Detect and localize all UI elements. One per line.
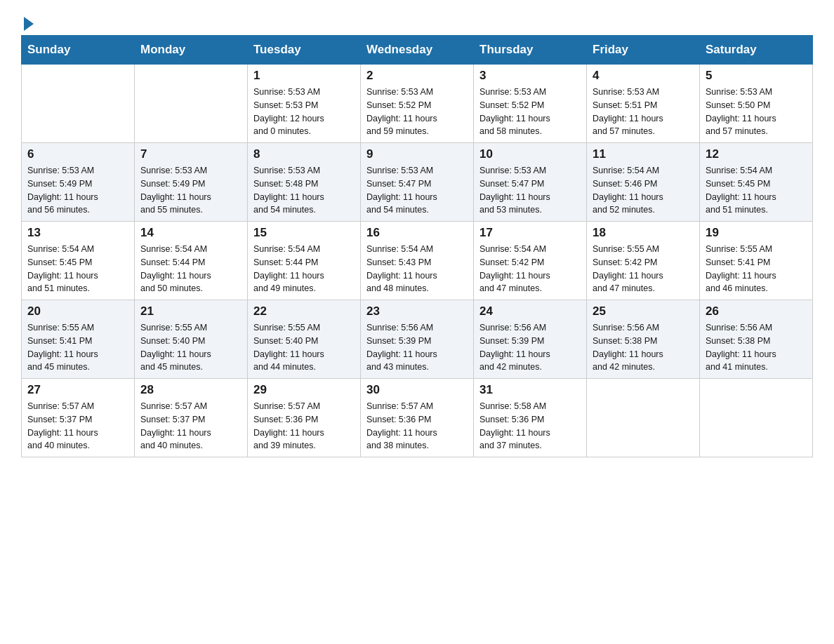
- calendar-cell: [22, 65, 135, 143]
- day-number: 18: [593, 226, 694, 240]
- calendar-week-row: 13Sunrise: 5:54 AM Sunset: 5:45 PM Dayli…: [22, 222, 813, 300]
- calendar-cell: 12Sunrise: 5:54 AM Sunset: 5:45 PM Dayli…: [700, 143, 813, 222]
- calendar-table: SundayMondayTuesdayWednesdayThursdayFrid…: [21, 35, 813, 457]
- day-info: Sunrise: 5:58 AM Sunset: 5:36 PM Dayligh…: [479, 400, 581, 452]
- calendar-cell: 25Sunrise: 5:56 AM Sunset: 5:38 PM Dayli…: [587, 300, 700, 379]
- day-info: Sunrise: 5:54 AM Sunset: 5:45 PM Dayligh…: [706, 164, 807, 217]
- day-info: Sunrise: 5:54 AM Sunset: 5:42 PM Dayligh…: [479, 243, 581, 295]
- day-number: 25: [593, 304, 694, 318]
- logo-arrow-icon: [24, 17, 34, 31]
- calendar-cell: 2Sunrise: 5:53 AM Sunset: 5:52 PM Daylig…: [361, 65, 474, 143]
- calendar-cell: 31Sunrise: 5:58 AM Sunset: 5:36 PM Dayli…: [474, 379, 587, 457]
- calendar-cell: 16Sunrise: 5:54 AM Sunset: 5:43 PM Dayli…: [361, 222, 474, 300]
- day-number: 2: [366, 69, 468, 83]
- day-info: Sunrise: 5:57 AM Sunset: 5:36 PM Dayligh…: [366, 400, 468, 452]
- day-number: 26: [706, 304, 807, 318]
- calendar-cell: 11Sunrise: 5:54 AM Sunset: 5:46 PM Dayli…: [587, 143, 700, 222]
- day-number: 19: [706, 226, 807, 240]
- day-info: Sunrise: 5:53 AM Sunset: 5:53 PM Dayligh…: [253, 86, 355, 138]
- day-number: 10: [479, 147, 581, 161]
- day-info: Sunrise: 5:56 AM Sunset: 5:39 PM Dayligh…: [479, 321, 581, 374]
- calendar-cell: 24Sunrise: 5:56 AM Sunset: 5:39 PM Dayli…: [474, 300, 587, 379]
- day-number: 3: [479, 69, 581, 83]
- day-number: 7: [140, 147, 241, 161]
- day-number: 20: [27, 304, 128, 318]
- day-info: Sunrise: 5:53 AM Sunset: 5:48 PM Dayligh…: [253, 164, 355, 217]
- calendar-cell: 4Sunrise: 5:53 AM Sunset: 5:51 PM Daylig…: [587, 65, 700, 143]
- calendar-cell: 30Sunrise: 5:57 AM Sunset: 5:36 PM Dayli…: [361, 379, 474, 457]
- calendar-cell: 22Sunrise: 5:55 AM Sunset: 5:40 PM Dayli…: [248, 300, 361, 379]
- calendar-header-wednesday: Wednesday: [361, 36, 474, 65]
- day-info: Sunrise: 5:53 AM Sunset: 5:49 PM Dayligh…: [27, 164, 128, 217]
- calendar-cell: 7Sunrise: 5:53 AM Sunset: 5:49 PM Daylig…: [135, 143, 248, 222]
- day-number: 30: [366, 383, 468, 397]
- day-number: 23: [366, 304, 468, 318]
- calendar-week-row: 20Sunrise: 5:55 AM Sunset: 5:41 PM Dayli…: [22, 300, 813, 379]
- calendar-cell: 14Sunrise: 5:54 AM Sunset: 5:44 PM Dayli…: [135, 222, 248, 300]
- day-number: 17: [479, 226, 581, 240]
- day-info: Sunrise: 5:57 AM Sunset: 5:37 PM Dayligh…: [140, 400, 241, 452]
- day-number: 9: [366, 147, 468, 161]
- calendar-header-thursday: Thursday: [474, 36, 587, 65]
- day-number: 29: [253, 383, 355, 397]
- day-info: Sunrise: 5:56 AM Sunset: 5:38 PM Dayligh…: [706, 321, 807, 374]
- day-info: Sunrise: 5:56 AM Sunset: 5:38 PM Dayligh…: [593, 321, 694, 374]
- calendar-header-row: SundayMondayTuesdayWednesdayThursdayFrid…: [22, 36, 813, 65]
- day-number: 5: [706, 69, 807, 83]
- day-number: 6: [27, 147, 128, 161]
- calendar-cell: 20Sunrise: 5:55 AM Sunset: 5:41 PM Dayli…: [22, 300, 135, 379]
- day-info: Sunrise: 5:53 AM Sunset: 5:47 PM Dayligh…: [479, 164, 581, 217]
- calendar-cell: 17Sunrise: 5:54 AM Sunset: 5:42 PM Dayli…: [474, 222, 587, 300]
- day-number: 12: [706, 147, 807, 161]
- calendar-week-row: 6Sunrise: 5:53 AM Sunset: 5:49 PM Daylig…: [22, 143, 813, 222]
- calendar-cell: 13Sunrise: 5:54 AM Sunset: 5:45 PM Dayli…: [22, 222, 135, 300]
- day-info: Sunrise: 5:55 AM Sunset: 5:40 PM Dayligh…: [140, 321, 241, 374]
- day-number: 24: [479, 304, 581, 318]
- calendar-cell: 26Sunrise: 5:56 AM Sunset: 5:38 PM Dayli…: [700, 300, 813, 379]
- calendar-cell: 5Sunrise: 5:53 AM Sunset: 5:50 PM Daylig…: [700, 65, 813, 143]
- page-header: [21, 14, 813, 28]
- day-info: Sunrise: 5:54 AM Sunset: 5:44 PM Dayligh…: [253, 243, 355, 295]
- day-number: 1: [253, 69, 355, 83]
- calendar-week-row: 1Sunrise: 5:53 AM Sunset: 5:53 PM Daylig…: [22, 65, 813, 143]
- day-number: 16: [366, 226, 468, 240]
- day-info: Sunrise: 5:54 AM Sunset: 5:46 PM Dayligh…: [593, 164, 694, 217]
- day-info: Sunrise: 5:54 AM Sunset: 5:45 PM Dayligh…: [27, 243, 128, 295]
- day-info: Sunrise: 5:53 AM Sunset: 5:50 PM Dayligh…: [706, 86, 807, 138]
- calendar-cell: 3Sunrise: 5:53 AM Sunset: 5:52 PM Daylig…: [474, 65, 587, 143]
- calendar-week-row: 27Sunrise: 5:57 AM Sunset: 5:37 PM Dayli…: [22, 379, 813, 457]
- day-number: 15: [253, 226, 355, 240]
- day-number: 31: [479, 383, 581, 397]
- calendar-cell: [587, 379, 700, 457]
- calendar-cell: 6Sunrise: 5:53 AM Sunset: 5:49 PM Daylig…: [22, 143, 135, 222]
- calendar-header-friday: Friday: [587, 36, 700, 65]
- calendar-cell: 27Sunrise: 5:57 AM Sunset: 5:37 PM Dayli…: [22, 379, 135, 457]
- day-info: Sunrise: 5:54 AM Sunset: 5:44 PM Dayligh…: [140, 243, 241, 295]
- day-info: Sunrise: 5:57 AM Sunset: 5:36 PM Dayligh…: [253, 400, 355, 452]
- calendar-cell: 9Sunrise: 5:53 AM Sunset: 5:47 PM Daylig…: [361, 143, 474, 222]
- day-number: 27: [27, 383, 128, 397]
- day-number: 22: [253, 304, 355, 318]
- day-number: 13: [27, 226, 128, 240]
- day-info: Sunrise: 5:53 AM Sunset: 5:49 PM Dayligh…: [140, 164, 241, 217]
- day-number: 28: [140, 383, 241, 397]
- day-info: Sunrise: 5:53 AM Sunset: 5:51 PM Dayligh…: [593, 86, 694, 138]
- day-info: Sunrise: 5:53 AM Sunset: 5:52 PM Dayligh…: [479, 86, 581, 138]
- calendar-cell: 1Sunrise: 5:53 AM Sunset: 5:53 PM Daylig…: [248, 65, 361, 143]
- day-number: 21: [140, 304, 241, 318]
- day-info: Sunrise: 5:55 AM Sunset: 5:41 PM Dayligh…: [706, 243, 807, 295]
- calendar-cell: 10Sunrise: 5:53 AM Sunset: 5:47 PM Dayli…: [474, 143, 587, 222]
- calendar-cell: [135, 65, 248, 143]
- calendar-header-monday: Monday: [135, 36, 248, 65]
- day-info: Sunrise: 5:56 AM Sunset: 5:39 PM Dayligh…: [366, 321, 468, 374]
- calendar-cell: 8Sunrise: 5:53 AM Sunset: 5:48 PM Daylig…: [248, 143, 361, 222]
- calendar-cell: 21Sunrise: 5:55 AM Sunset: 5:40 PM Dayli…: [135, 300, 248, 379]
- day-number: 4: [593, 69, 694, 83]
- calendar-cell: 15Sunrise: 5:54 AM Sunset: 5:44 PM Dayli…: [248, 222, 361, 300]
- day-info: Sunrise: 5:53 AM Sunset: 5:47 PM Dayligh…: [366, 164, 468, 217]
- calendar-cell: [700, 379, 813, 457]
- day-number: 11: [593, 147, 694, 161]
- calendar-header-saturday: Saturday: [700, 36, 813, 65]
- day-number: 14: [140, 226, 241, 240]
- calendar-header-tuesday: Tuesday: [248, 36, 361, 65]
